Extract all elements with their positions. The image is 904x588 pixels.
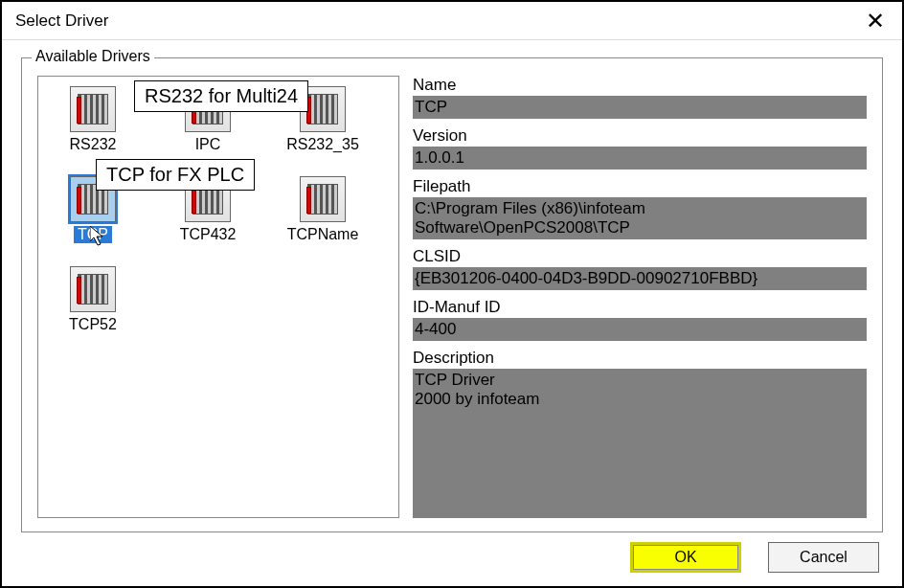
groupbox-label: Available Drivers bbox=[32, 48, 154, 65]
driver-icon bbox=[300, 176, 346, 222]
svg-marker-0 bbox=[90, 226, 102, 245]
titlebar: Select Driver ✕ bbox=[2, 2, 902, 40]
driver-icon bbox=[70, 86, 116, 132]
driver-item-tcp52[interactable]: TCP52 bbox=[50, 266, 136, 333]
cancel-button[interactable]: Cancel bbox=[768, 542, 879, 573]
driver-row: RS232 IPC RS232_35 RS232 for bbox=[50, 86, 387, 153]
driver-row: TCP52 bbox=[50, 266, 387, 333]
version-value: 1.0.0.1 bbox=[413, 147, 867, 170]
idmanuf-value: 4-400 bbox=[413, 318, 867, 341]
filepath-label: Filepath bbox=[413, 177, 867, 196]
driver-label: TCP52 bbox=[65, 316, 121, 333]
cursor-icon bbox=[90, 226, 109, 247]
driver-item-rs232[interactable]: RS232 bbox=[50, 86, 136, 153]
description-label: Description bbox=[413, 349, 867, 368]
tooltip-rs232: RS232 for Multi24 bbox=[134, 80, 308, 112]
driver-list[interactable]: RS232 IPC RS232_35 RS232 for bbox=[37, 76, 399, 518]
clsid-label: CLSID bbox=[413, 247, 867, 266]
driver-label: TCPName bbox=[283, 226, 363, 243]
tooltip-tcp: TCP for FX PLC bbox=[96, 159, 255, 191]
description-value: TCP Driver 2000 by infoteam bbox=[413, 369, 867, 518]
driver-label: TCP432 bbox=[176, 226, 240, 243]
driver-row: TCP TCP432 bbox=[50, 176, 387, 243]
clsid-value: {EB301206-0400-04D3-B9DD-00902710FBBD} bbox=[413, 267, 867, 290]
driver-item-tcpname[interactable]: TCPName bbox=[280, 176, 366, 243]
window-title: Select Driver bbox=[15, 11, 108, 31]
button-row: OK Cancel bbox=[21, 532, 883, 573]
filepath-value: C:\Program Files (x86)\infoteam Software… bbox=[413, 197, 867, 239]
driver-label: RS232 bbox=[66, 136, 121, 153]
version-label: Version bbox=[413, 126, 867, 146]
close-icon[interactable]: ✕ bbox=[858, 8, 893, 34]
name-value: TCP bbox=[413, 96, 867, 119]
idmanuf-label: ID-Manuf ID bbox=[413, 298, 867, 317]
name-label: Name bbox=[413, 76, 867, 95]
driver-label: RS232_35 bbox=[282, 136, 363, 153]
driver-label: IPC bbox=[192, 136, 225, 153]
driver-icon bbox=[70, 266, 116, 312]
select-driver-dialog: Select Driver ✕ Available Drivers RS232 bbox=[0, 0, 904, 588]
available-drivers-group: Available Drivers RS232 IPC bbox=[21, 57, 883, 532]
driver-details: Name TCP Version 1.0.0.1 Filepath C:\Pro… bbox=[413, 76, 867, 518]
dialog-body: Available Drivers RS232 IPC bbox=[2, 40, 902, 586]
ok-button[interactable]: OK bbox=[630, 542, 741, 573]
